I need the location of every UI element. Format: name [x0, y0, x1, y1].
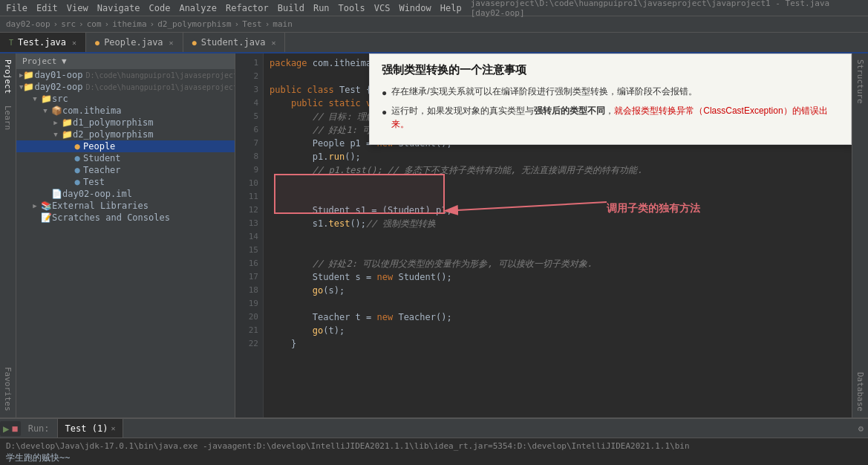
line-num-6: 6 — [235, 123, 258, 137]
code-line-9: // p1.test(); // 多态下不支持子类特有功能, 无法直接调用子类的… — [270, 163, 846, 177]
breadcrumb-part-7[interactable]: main — [273, 19, 293, 29]
bottom-tab-run-label: Run: — [28, 423, 50, 434]
right-panel: Structure Database — [852, 53, 868, 417]
left-tab-project[interactable]: Project — [1, 56, 14, 97]
sidebar-item-scratches[interactable]: 📝 Scratches and Consoles — [16, 212, 235, 224]
run-button[interactable]: ▶ — [3, 423, 9, 435]
code-editor[interactable]: 强制类型转换的一个注意事项 ● 存在继承/实现关系就可以在编译阶段进行强制类型转… — [235, 53, 852, 417]
tooltip-text-2: 运行时，如果发现对象的真实类型与强转后的类型不同，就会报类型转换异常（Class… — [391, 104, 839, 131]
tooltip-title: 强制类型转换的一个注意事项 — [382, 63, 839, 77]
sidebar-item-people[interactable]: ● People — [16, 140, 235, 152]
breadcrumb-part-6[interactable]: Test — [242, 19, 262, 29]
sidebar-item-com-itheima[interactable]: ▼ 📦 com.itheima — [16, 105, 235, 117]
sidebar-item-iml[interactable]: 📄 day02-oop.iml — [16, 188, 235, 200]
menu-tools[interactable]: Tools — [339, 3, 365, 13]
call-label: 调用子类的独有方法 — [607, 202, 700, 215]
code-line-19 — [270, 297, 846, 310]
breadcrumb-part-1[interactable]: day02-oop — [6, 19, 50, 29]
src-icon: 📁 — [40, 94, 52, 104]
line-num-18: 18 — [235, 284, 258, 297]
folder-icon-d1: 📁 — [61, 117, 73, 128]
code-line-15 — [270, 244, 846, 257]
run-controls: ▶ ■ — [0, 421, 21, 436]
bullet-2: ● — [382, 105, 387, 119]
breadcrumb-part-2[interactable]: src — [61, 19, 76, 29]
tab-student-label: Student.java — [201, 37, 266, 48]
menu-vcs[interactable]: VCS — [374, 3, 391, 13]
tab-test-close[interactable]: ✕ — [72, 39, 76, 47]
sidebar-item-test[interactable]: ● Test — [16, 176, 235, 188]
left-tab-favorites[interactable]: Favorites — [1, 364, 14, 414]
tab-student-close[interactable]: ✕ — [271, 39, 275, 47]
menu-analyze[interactable]: Analyze — [179, 3, 217, 13]
close-run-tab[interactable]: ✕ — [111, 424, 115, 432]
tree-label-iml: day02-oop.iml — [62, 189, 132, 199]
menu-refactor[interactable]: Refactor — [226, 3, 269, 13]
tab-people-close[interactable]: ✕ — [169, 39, 174, 47]
menu-window[interactable]: Window — [399, 3, 431, 13]
left-tab-learn[interactable]: Learn — [1, 103, 14, 133]
line-num-14: 14 — [235, 230, 258, 244]
line-numbers: 1 2 3 4 5 6 7 8 9 10 11 12 13 14 15 16 1… — [235, 53, 264, 417]
line-num-7: 7 — [235, 137, 258, 150]
menu-navigate[interactable]: Navigate — [97, 3, 140, 13]
sidebar-item-day01[interactable]: ▶ 📁 day01-oop D:\code\huangpuipro1\javas… — [16, 69, 235, 81]
folder-icon-day01: 📁 — [23, 70, 34, 80]
code-line-18: go(s); — [270, 284, 846, 297]
bottom-tab-test[interactable]: Test (1) ✕ — [58, 419, 124, 438]
people-class-icon: ● — [71, 141, 83, 152]
line-num-9: 9 — [235, 163, 258, 177]
menu-help[interactable]: Help — [440, 3, 462, 13]
breadcrumb-part-3[interactable]: com — [87, 19, 102, 29]
tree-label-student: Student — [83, 153, 121, 163]
tab-test-label: Test.java — [18, 37, 66, 48]
bottom-content: D:\develop\Java\jdk-17.0.1\bin\java.exe … — [0, 438, 868, 465]
sidebar-item-d1[interactable]: ▶ 📁 d1_polymorphism — [16, 117, 235, 129]
code-line-8: p1.run(); — [270, 150, 846, 163]
bottom-tab-run[interactable]: Run: — [21, 419, 58, 438]
tab-people-java[interactable]: ● People.java ✕ — [86, 33, 183, 52]
breadcrumb-part-5[interactable]: d2_polymorphism — [157, 19, 231, 29]
sidebar-item-src[interactable]: ▼ 📁 src — [16, 93, 235, 105]
sidebar-item-student[interactable]: ● Student — [16, 152, 235, 164]
menu-edit[interactable]: Edit — [36, 3, 58, 13]
sidebar-item-day02[interactable]: ▼ 📁 day02-oop D:\code\huangpuipro1\javas… — [16, 81, 235, 93]
bullet-1: ● — [382, 86, 387, 100]
sidebar-header[interactable]: Project ▼ — [16, 53, 235, 69]
line-num-20: 20 — [235, 310, 258, 324]
sidebar-item-external-libs[interactable]: ▶ 📚 External Libraries — [16, 200, 235, 212]
tree-arrow-d1: ▶ — [50, 119, 61, 126]
menu-view[interactable]: View — [67, 3, 88, 13]
code-line-11: ⚠ // 强制类型转换 — [270, 190, 846, 204]
student-java-icon: ● — [192, 39, 197, 47]
stop-button[interactable]: ■ — [12, 423, 17, 434]
tab-student-java[interactable]: ● Student.java ✕ — [183, 33, 286, 52]
gear-icon[interactable]: ⚙ — [858, 423, 864, 434]
sidebar-item-d2[interactable]: ▼ 📁 d2_polymorphism — [16, 129, 235, 140]
left-panel-tabs: Project Learn Favorites — [0, 53, 16, 417]
sidebar-item-teacher[interactable]: ● Teacher — [16, 164, 235, 176]
menu-file[interactable]: File — [6, 3, 27, 13]
tree-label-src: src — [52, 94, 68, 104]
menu-bar: File Edit View Navigate Code Analyze Ref… — [0, 0, 868, 16]
code-line-14 — [270, 230, 846, 244]
student-class-icon: ● — [71, 153, 83, 163]
ext-libs-icon: 📚 — [40, 201, 52, 211]
tree-label-people: People — [83, 141, 115, 152]
iml-file-icon: 📄 — [50, 189, 62, 199]
right-tab-database[interactable]: Database — [854, 369, 867, 414]
menu-code[interactable]: Code — [149, 3, 171, 13]
line-num-1: 1 — [235, 56, 258, 70]
menu-run[interactable]: Run — [313, 3, 330, 13]
breadcrumb-part-4[interactable]: itheima — [112, 19, 146, 29]
line-num-4: 4 — [235, 97, 258, 110]
menu-build[interactable]: Build — [278, 3, 304, 13]
right-tab-structure[interactable]: Structure — [854, 56, 867, 107]
tree-arrow-d2: ▼ — [50, 131, 61, 138]
package-icon-com-itheima: 📦 — [50, 105, 62, 116]
path-day01: D:\code\huangpuipro1\javaseproject\day — [85, 71, 235, 79]
tab-test-java[interactable]: T Test.java ✕ — [0, 33, 86, 52]
tree-label-teacher: Teacher — [83, 165, 121, 175]
project-label: Project ▼ — [22, 56, 67, 66]
editor-tab-bar: T Test.java ✕ ● People.java ✕ ● Student.… — [0, 33, 868, 53]
